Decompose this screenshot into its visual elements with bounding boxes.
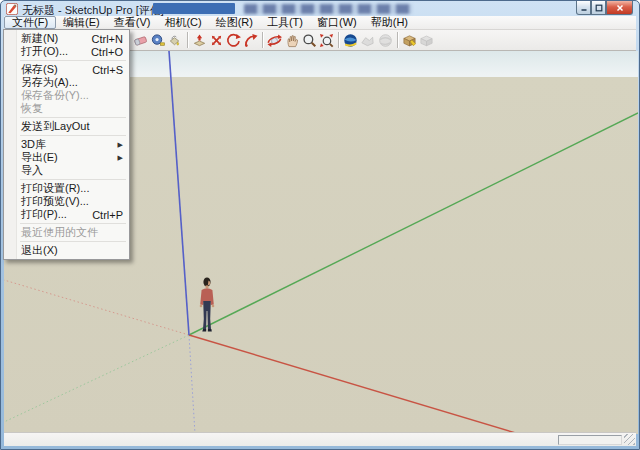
menu-separator [20,241,126,242]
menubar-item-查看[interactable]: 查看(V) [107,16,158,29]
preview-in-google-earth-icon [377,32,393,48]
menu-item-label: 恢复 [21,101,43,116]
close-icon [616,4,624,12]
menubar-item-工具[interactable]: 工具(T) [260,16,310,29]
menu-separator [20,223,126,224]
sketchup-window: 无标题 - SketchUp Pro [评估] 文件(F)编辑(E)查看(V)相… [0,0,640,450]
file-menu-item-退出[interactable]: 退出(X) [4,244,129,257]
green-axis [189,113,638,335]
tape-measure-icon[interactable] [150,32,166,48]
move-icon[interactable] [208,32,224,48]
zoom-extents-icon[interactable] [318,32,334,48]
sketchup-logo-icon [6,3,18,15]
window-controls [576,1,633,15]
menu-item-label: 退出(X) [21,243,58,258]
eraser-icon[interactable] [133,32,149,48]
red-axis-dotted [4,280,189,335]
menubar-item-窗口[interactable]: 窗口(W) [310,16,364,29]
maximize-icon [595,4,603,12]
redacted-watermark-box [153,3,235,14]
menu-item-label: 打印(P)... [21,207,67,222]
close-button[interactable] [606,1,633,15]
submenu-arrow-icon: ▶ [118,141,123,149]
menu-item-shortcut: Ctrl+O [91,46,123,58]
file-menu-item-发送到LayOut[interactable]: 发送到LayOut [4,120,129,133]
blue-axis [169,51,189,335]
menu-bar: 文件(F)编辑(E)查看(V)相机(C)绘图(R)工具(T)窗口(W)帮助(H) [4,16,636,30]
push-pull-icon[interactable] [191,32,207,48]
green-axis-dotted [4,335,189,422]
pan-icon[interactable] [284,32,300,48]
toolbar-separator [338,32,339,48]
red-axis [189,335,519,434]
menu-item-label: 发送到LayOut [21,119,89,134]
menu-item-label: 最近使用的文件 [21,225,98,240]
menubar-item-文件[interactable]: 文件(F) [4,16,56,29]
minimize-icon [580,4,588,12]
submenu-arrow-icon: ▶ [118,154,123,162]
zoom-icon[interactable] [301,32,317,48]
add-location-icon[interactable] [343,32,359,48]
file-menu-item-最近使用的文件: 最近使用的文件 [4,226,129,239]
file-menu-item-打开[interactable]: 打开(O)...Ctrl+O [4,45,129,58]
toolbar-separator [397,32,398,48]
blue-axis-dotted [189,335,195,434]
share-model-icon [418,32,434,48]
maximize-button[interactable] [591,1,606,15]
minimize-button[interactable] [576,1,591,15]
menu-item-shortcut: Ctrl+P [92,209,123,221]
menubar-item-相机[interactable]: 相机(C) [157,16,208,29]
measurements-box[interactable] [558,435,622,445]
redacted-watermark-text [244,4,412,14]
toolbar-separator [187,32,188,48]
status-bar [4,432,636,446]
menu-separator [20,179,126,180]
menu-item-shortcut: Ctrl+N [92,33,123,45]
offset-icon[interactable] [243,32,259,48]
toolbar-separator [262,32,263,48]
file-menu-item-恢复: 恢复 [4,102,129,115]
get-models-icon[interactable] [401,32,417,48]
menu-separator [20,117,126,118]
orbit-icon[interactable] [267,32,283,48]
toggle-terrain-icon [360,32,376,48]
file-menu-item-导入[interactable]: 导入 [4,164,129,177]
file-menu-item-打印[interactable]: 打印(P)...Ctrl+P [4,208,129,221]
file-menu-dropdown: 新建(N)Ctrl+N打开(O)...Ctrl+O保存(S)Ctrl+S另存为(… [3,29,130,260]
resize-grip[interactable] [624,434,635,445]
rotate-icon[interactable] [226,32,242,48]
menu-separator [20,135,126,136]
menubar-item-编辑[interactable]: 编辑(E) [56,16,107,29]
menu-separator [20,60,126,61]
paint-bucket-icon[interactable] [167,32,183,48]
menu-item-label: 导入 [21,163,43,178]
menubar-item-绘图[interactable]: 绘图(R) [209,16,260,29]
menu-item-label: 打开(O)... [21,44,68,59]
menubar-item-帮助[interactable]: 帮助(H) [364,16,415,29]
menu-item-shortcut: Ctrl+S [92,64,123,76]
